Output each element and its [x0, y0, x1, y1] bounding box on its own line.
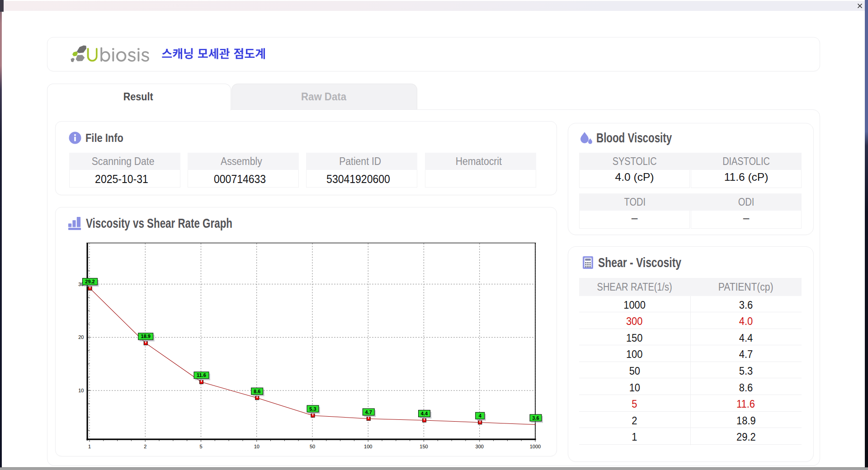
svg-text:1000: 1000 [530, 444, 541, 449]
svg-text:300: 300 [476, 444, 484, 449]
svg-text:1: 1 [88, 444, 91, 449]
svg-text:150: 150 [420, 444, 428, 449]
svg-text:4.7: 4.7 [365, 409, 372, 415]
svg-text:10: 10 [254, 444, 259, 449]
svg-text:11.6: 11.6 [197, 372, 206, 378]
svg-text:50: 50 [310, 444, 315, 449]
svg-text:5.3: 5.3 [309, 406, 316, 412]
svg-text:10: 10 [78, 388, 84, 393]
svg-text:5: 5 [199, 444, 202, 449]
svg-text:29.2: 29.2 [85, 279, 94, 284]
svg-text:18.9: 18.9 [141, 334, 151, 339]
svg-text:100: 100 [364, 444, 372, 449]
svg-text:3.6: 3.6 [532, 415, 539, 421]
svg-text:8.6: 8.6 [254, 389, 260, 394]
svg-text:2: 2 [144, 444, 146, 449]
svg-text:4.4: 4.4 [421, 411, 428, 416]
svg-text:4: 4 [479, 413, 482, 418]
svg-text:20: 20 [78, 334, 84, 340]
